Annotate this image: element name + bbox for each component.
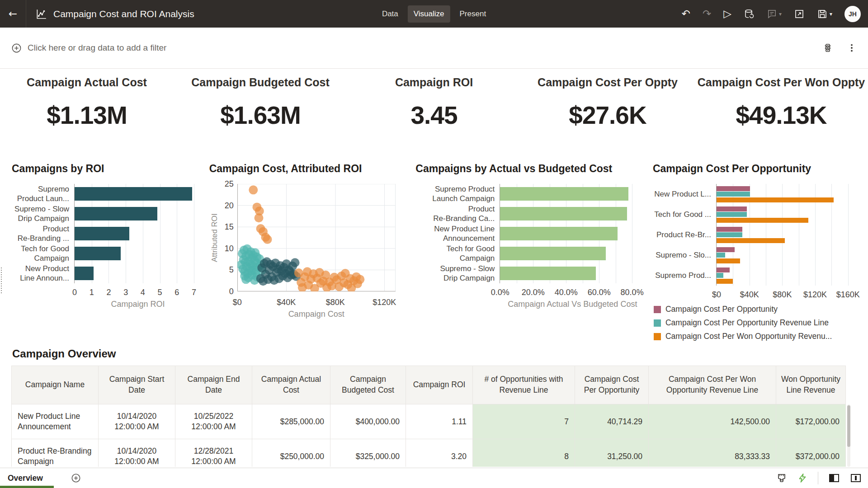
kpi-tile[interactable]: Campaign Budgeted Cost$1.63M — [174, 69, 347, 155]
scatter-point[interactable] — [355, 275, 364, 284]
table-cell[interactable]: 12/28/2021 12:00:00 AM — [175, 439, 252, 467]
table-row[interactable]: New Product Line Announcement10/14/2020 … — [12, 404, 846, 439]
bar[interactable] — [75, 267, 94, 280]
refresh-data-button[interactable] — [744, 9, 755, 19]
scatter-point[interactable] — [249, 185, 258, 194]
table-row[interactable]: Product Re-Branding Campaign10/14/2020 1… — [12, 439, 846, 467]
table-cell[interactable]: 142,500.00 — [649, 404, 776, 439]
bar[interactable] — [500, 247, 605, 260]
bar[interactable] — [500, 187, 628, 201]
column-header[interactable]: Campaign End Date — [175, 366, 252, 404]
undo-button[interactable]: ↶ — [682, 9, 690, 19]
table-cell[interactable]: 8 — [473, 439, 575, 467]
redo-button[interactable]: ↷ — [703, 9, 711, 19]
table-cell[interactable]: $372,000.00 — [776, 439, 846, 467]
table-scrollbar[interactable] — [847, 404, 850, 467]
toggle-right-panel-button[interactable] — [850, 473, 862, 483]
bar-campaign-cost-per-opportunity-revenue-line[interactable] — [717, 212, 747, 217]
legend-item[interactable]: Campaign Cost Per Won Opportunity Revenu… — [654, 332, 856, 341]
bar[interactable] — [75, 247, 121, 260]
bar-campaign-cost-per-opportunity[interactable] — [717, 206, 747, 211]
column-header[interactable]: Campaign ROI — [406, 366, 473, 404]
bar[interactable] — [500, 227, 618, 240]
bar[interactable] — [75, 187, 192, 201]
scatter-point[interactable] — [290, 258, 299, 267]
legend-item[interactable]: Campaign Cost Per Opportunity Revenue Li… — [654, 318, 856, 328]
table-cell[interactable]: 31,250.00 — [575, 439, 649, 467]
user-avatar[interactable]: JH — [844, 6, 861, 22]
legend-item[interactable]: Campaign Cost Per Opportunity — [654, 305, 856, 314]
add-canvas-button[interactable] — [71, 473, 81, 483]
kpi-tile[interactable]: Campaign Cost Per Oppty$27.6K — [521, 69, 694, 155]
toggle-left-panel-button[interactable] — [828, 473, 840, 483]
refresh-visuals-button[interactable]: ▷ — [723, 9, 731, 19]
save-menu-button[interactable]: ▾ — [817, 9, 832, 19]
table-cell[interactable]: 40,714.29 — [575, 404, 649, 439]
column-header[interactable]: Campaign Cost Per Won Opportunity Revenu… — [649, 366, 776, 404]
table-cell[interactable]: $400,000.00 — [330, 404, 406, 439]
kpi-tile[interactable]: Campaign Actual Cost$1.13M — [0, 69, 174, 155]
tab-data[interactable]: Data — [376, 5, 404, 23]
bar-campaign-cost-per-won-opportunity-revenu-[interactable] — [717, 238, 785, 243]
table-cell[interactable]: 10/25/2022 12:00:00 AM — [175, 404, 252, 439]
scatter-point[interactable] — [254, 213, 263, 222]
bar-campaign-cost-per-opportunity-revenue-line[interactable] — [717, 273, 723, 278]
column-header[interactable]: # of Opportunities with Revenue Line — [473, 366, 575, 404]
table-cell[interactable]: 10/14/2020 12:00:00 AM — [99, 404, 175, 439]
bar-campaign-cost-per-opportunity[interactable] — [717, 247, 735, 252]
kpi-tile[interactable]: Campaign Cost Per Won Oppty$49.13K — [694, 69, 868, 155]
canvas-menu-button[interactable] — [847, 43, 857, 53]
axis-tick: 5 — [158, 288, 162, 297]
table-cell[interactable]: 3.20 — [406, 439, 473, 467]
bar-campaign-cost-per-won-opportunity-revenu-[interactable] — [717, 197, 834, 202]
table-cell[interactable]: 7 — [473, 404, 575, 439]
table-scrollbar-thumb[interactable] — [847, 405, 850, 447]
table-cell[interactable]: 10/14/2020 12:00:00 AM — [99, 439, 175, 467]
table-cell[interactable]: New Product Line Announcement — [12, 404, 99, 439]
chart-cost-attributed-roi[interactable]: Campaign Cost, Attributed ROI Attributed… — [209, 155, 408, 341]
bar[interactable] — [500, 207, 627, 221]
notes-menu-button[interactable]: ▾ — [767, 9, 782, 19]
export-window-button[interactable] — [794, 9, 805, 19]
table-cell[interactable]: $325,000.00 — [330, 439, 406, 467]
bar-campaign-cost-per-opportunity-revenue-line[interactable] — [717, 192, 750, 197]
column-header[interactable]: Campaign Start Date — [99, 366, 175, 404]
bar-campaign-cost-per-opportunity-revenue-line[interactable] — [717, 253, 725, 258]
canvas-tab-overview[interactable]: Overview — [8, 474, 43, 483]
pinned-filters-button[interactable] — [822, 42, 833, 53]
bar-campaign-cost-per-won-opportunity-revenu-[interactable] — [717, 218, 808, 223]
bar-campaign-cost-per-won-opportunity-revenu-[interactable] — [717, 258, 740, 263]
column-header[interactable]: Won Opportunity Line Revenue — [776, 366, 846, 404]
column-header[interactable]: Campaign Name — [12, 366, 99, 404]
table-cell[interactable]: Product Re-Branding Campaign — [12, 439, 99, 467]
kpi-tile[interactable]: Campaign ROI3.45 — [347, 69, 521, 155]
table-cell[interactable]: $285,000.00 — [252, 404, 330, 439]
bar[interactable] — [500, 267, 596, 280]
table-cell[interactable]: 1.11 — [406, 404, 473, 439]
bar-campaign-cost-per-opportunity[interactable] — [717, 186, 750, 191]
chart-actual-vs-budgeted[interactable]: Campaigns by Actual vs Budgeted Cost Sup… — [415, 155, 645, 341]
add-filter-target[interactable]: Click here or drag data to add a filter — [11, 43, 166, 53]
tab-present[interactable]: Present — [454, 5, 492, 23]
scatter-point[interactable] — [263, 235, 272, 244]
table-cell[interactable]: $172,000.00 — [776, 404, 846, 439]
table-cell[interactable]: 83,333.33 — [649, 439, 776, 467]
chart-cost-per-opportunity[interactable]: Campaign Cost Per Opportunity New Produc… — [653, 155, 856, 341]
tab-visualize[interactable]: Visualize — [408, 5, 450, 23]
bar-campaign-cost-per-opportunity[interactable] — [717, 267, 730, 272]
canvas-style-button[interactable] — [776, 473, 787, 483]
bar-campaign-cost-per-opportunity-revenue-line[interactable] — [717, 232, 742, 237]
bar[interactable] — [75, 227, 129, 240]
canvas-resize-handle[interactable] — [1, 267, 2, 294]
column-header[interactable]: Campaign Actual Cost — [252, 366, 330, 404]
chart-campaigns-by-roi[interactable]: Campaigns by ROI SupremoProduct Laun...S… — [12, 155, 202, 341]
campaign-overview-table[interactable]: Campaign NameCampaign Start DateCampaign… — [11, 366, 850, 467]
back-button[interactable]: ← — [0, 0, 26, 28]
bar[interactable] — [75, 207, 157, 221]
bar-campaign-cost-per-won-opportunity-revenu-[interactable] — [717, 279, 733, 284]
auto-insights-button[interactable] — [797, 473, 808, 483]
bar-campaign-cost-per-opportunity[interactable] — [717, 227, 742, 232]
table-cell[interactable]: $250,000.00 — [252, 439, 330, 467]
column-header[interactable]: Campaign Cost Per Opportunity — [575, 366, 649, 404]
column-header[interactable]: Campaign Budgeted Cost — [330, 366, 406, 404]
